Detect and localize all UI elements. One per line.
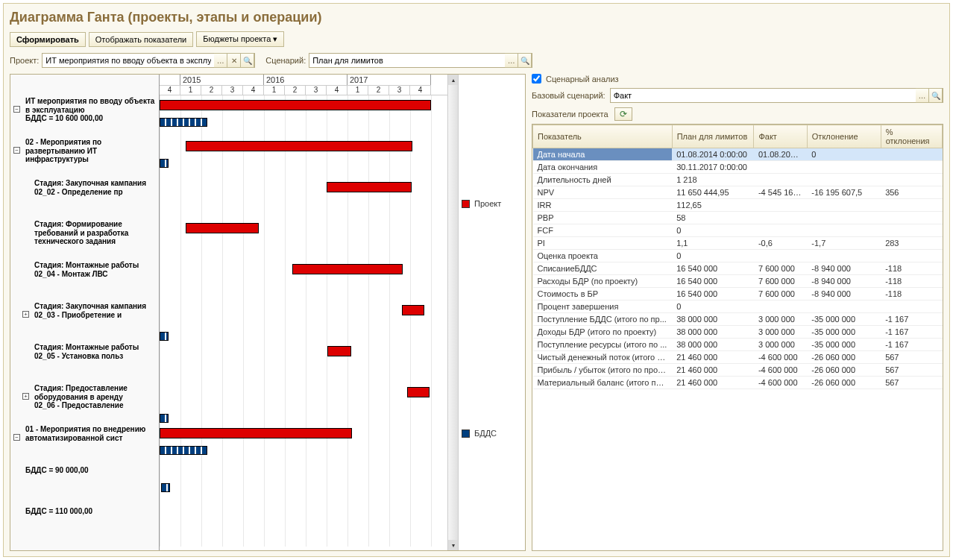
expand-icon[interactable]: − — [13, 147, 20, 154]
indicator-column-header[interactable]: План для лимитов — [672, 125, 754, 148]
indicator-row[interactable]: Доходы БДР (итого по проекту)38 000 0003… — [533, 326, 943, 339]
scenario-analysis-label: Сценарный анализ — [546, 75, 619, 84]
indicators-table[interactable]: ПоказательПлан для лимитовФактОтклонение… — [532, 124, 943, 551]
indicator-row[interactable]: Расходы БДР (по проекту)16 540 0007 600 … — [533, 275, 943, 288]
task-label: 01 - Мероприятия по внедрению автоматизи… — [25, 425, 156, 442]
task-label: БДДС = 90 000,00 — [25, 466, 89, 475]
task-row[interactable]: БДДС = 110 000,00 — [10, 506, 159, 547]
scenario-ellipsis-icon[interactable]: … — [505, 53, 518, 68]
indicator-row[interactable]: Дата окончания30.11.2017 0:00:00 — [533, 161, 943, 174]
indicator-row[interactable]: Чистый денежный поток (итого п...21 460 … — [533, 351, 943, 364]
indicator-row[interactable]: PBP58 — [533, 212, 943, 224]
base-scenario-input-wrap: … 🔍 — [610, 88, 943, 103]
task-row[interactable]: +Стадия: Предоставление оборудования в а… — [10, 383, 159, 424]
indicator-row[interactable]: Стоимость в БР16 540 0007 600 000-8 940 … — [533, 288, 943, 301]
indicators-title: Показатели проекта — [532, 110, 608, 119]
expand-icon[interactable]: − — [13, 106, 20, 113]
task-label: БДДС = 110 000,00 — [25, 507, 92, 516]
project-ellipsis-icon[interactable]: … — [214, 53, 227, 68]
indicator-row[interactable]: Поступление БДДС (итого по пр...38 000 0… — [533, 313, 943, 326]
indicator-row[interactable]: Поступление ресурсы (итого по ...38 000 … — [533, 339, 943, 351]
task-row[interactable]: БДДС = 90 000,00 — [10, 465, 159, 506]
task-row[interactable]: +Стадия: Закупочная кампания02_03 - Прио… — [10, 301, 159, 342]
project-input-wrap: … ✕ 🔍 — [42, 53, 255, 68]
gantt-bar-project[interactable] — [327, 346, 351, 356]
task-label: Стадия: Монтажные работы02_05 - Установк… — [34, 343, 139, 360]
task-row[interactable]: Стадия: Закупочная кампания02_02 - Опред… — [10, 177, 159, 218]
gantt-bar-project[interactable] — [402, 305, 424, 315]
generate-button[interactable]: Сформировать — [10, 32, 86, 47]
indicator-row[interactable]: IRR112,65 — [533, 199, 943, 212]
gantt-legend: Проект БДДС — [458, 75, 525, 550]
project-clear-icon[interactable]: ✕ — [227, 53, 241, 68]
page-title: Диаграмма Ганта (проекты, этапы и операц… — [10, 10, 943, 25]
expand-icon[interactable]: − — [13, 434, 20, 441]
indicator-row[interactable]: Процент завершения0 — [533, 301, 943, 313]
task-row[interactable]: Стадия: Монтажные работы02_05 - Установк… — [10, 342, 159, 383]
toolbar: Сформировать Отображать показатели Бюдже… — [10, 31, 943, 47]
budgets-dropdown[interactable]: Бюджеты проекта ▾ — [196, 31, 284, 47]
indicator-row[interactable]: СписаниеБДДС16 540 0007 600 000-8 940 00… — [533, 262, 943, 275]
show-indicators-button[interactable]: Отображать показатели — [89, 32, 193, 47]
project-input[interactable] — [43, 54, 214, 66]
scroll-up-icon[interactable]: ▴ — [448, 75, 458, 85]
indicator-column-header[interactable]: Показатель — [533, 125, 673, 148]
legend-bdds-label: БДДС — [474, 429, 497, 438]
gantt-bar-project[interactable] — [292, 264, 403, 274]
gantt-bar-bdds[interactable] — [160, 118, 207, 127]
scenario-search-icon[interactable]: 🔍 — [518, 53, 532, 68]
task-list: −ИТ мероприятия по вводу объекта в экспл… — [10, 75, 160, 550]
expand-icon[interactable]: + — [22, 311, 29, 318]
gantt-bar-project[interactable] — [327, 182, 412, 192]
task-label: 02 - Мероприятия по развертыванию ИТ инф… — [25, 138, 156, 164]
scenario-input-wrap: … 🔍 — [309, 53, 532, 68]
gantt-bar-project[interactable] — [160, 100, 431, 110]
gantt-pane: −ИТ мероприятия по вводу объекта в экспл… — [10, 74, 526, 551]
scenario-input[interactable] — [309, 54, 505, 66]
indicator-row[interactable]: Прибыль / убыток (итого по прое...21 460… — [533, 364, 943, 377]
scenario-analysis-checkbox[interactable] — [532, 74, 541, 84]
indicator-column-header[interactable]: % отклонения — [881, 125, 942, 148]
indicator-row[interactable]: Дата начала01.08.2014 0:00:0001.08.2014.… — [533, 148, 943, 161]
gantt-bar-bdds[interactable] — [160, 159, 169, 168]
refresh-button[interactable]: ⟳ — [614, 107, 632, 121]
indicator-column-header[interactable]: Факт — [754, 125, 807, 148]
task-label: Стадия: Формирование требований и разраб… — [34, 220, 156, 246]
expand-icon[interactable]: + — [22, 393, 29, 400]
gantt-bar-bdds[interactable] — [161, 483, 170, 492]
indicator-row[interactable]: Длительность дней1 218 — [533, 174, 943, 186]
base-scenario-input[interactable] — [611, 89, 916, 101]
task-label: ИТ мероприятия по вводу объекта в эксплу… — [25, 97, 156, 123]
gantt-bar-project[interactable] — [160, 428, 352, 438]
legend-red-icon — [462, 200, 470, 208]
scroll-down-icon[interactable]: ▾ — [448, 540, 458, 550]
gantt-bar-project[interactable] — [186, 141, 412, 151]
base-scenario-ellipsis-icon[interactable]: … — [916, 88, 929, 103]
task-row[interactable]: −01 - Мероприятия по внедрению автоматиз… — [10, 424, 159, 465]
vertical-scrollbar[interactable]: ▴ ▾ — [447, 75, 458, 550]
gantt-bar-bdds[interactable] — [160, 446, 207, 455]
gantt-bar-project[interactable] — [186, 223, 259, 233]
project-search-icon[interactable]: 🔍 — [241, 53, 254, 68]
legend-project-label: Проект — [474, 199, 501, 208]
task-row[interactable]: Стадия: Монтажные работы02_04 - Монтаж Л… — [10, 259, 159, 301]
base-scenario-search-icon[interactable]: 🔍 — [929, 88, 943, 103]
gantt-bar-bdds[interactable] — [160, 332, 169, 341]
gantt-chart[interactable]: 4201512342016123420171234 — [160, 75, 447, 550]
task-label: Стадия: Закупочная кампания02_02 - Опред… — [34, 179, 146, 196]
indicators-pane: Сценарный анализ Базовый сценарий: … 🔍 П… — [532, 74, 943, 551]
task-row[interactable]: −ИТ мероприятия по вводу объекта в экспл… — [10, 95, 159, 136]
indicator-row[interactable]: FCF0 — [533, 224, 943, 237]
indicator-row[interactable]: PI1,1-0,6-1,7283 — [533, 237, 943, 250]
indicator-row[interactable]: Оценка проекта0 — [533, 250, 943, 262]
indicator-row[interactable]: NPV11 650 444,95-4 545 162,...-16 195 60… — [533, 186, 943, 199]
task-row[interactable]: Стадия: Формирование требований и разраб… — [10, 218, 159, 259]
project-label: Проект: — [10, 56, 39, 65]
base-scenario-label: Базовый сценарий: — [532, 91, 606, 100]
task-label: Стадия: Монтажные работы02_04 - Монтаж Л… — [34, 261, 139, 278]
gantt-bar-bdds[interactable] — [160, 414, 169, 423]
indicator-row[interactable]: Материальный баланс (итого по ...21 460 … — [533, 377, 943, 389]
task-row[interactable]: −02 - Мероприятия по развертыванию ИТ ин… — [10, 136, 159, 177]
indicator-column-header[interactable]: Отклонение — [807, 125, 881, 148]
gantt-bar-project[interactable] — [407, 387, 430, 397]
